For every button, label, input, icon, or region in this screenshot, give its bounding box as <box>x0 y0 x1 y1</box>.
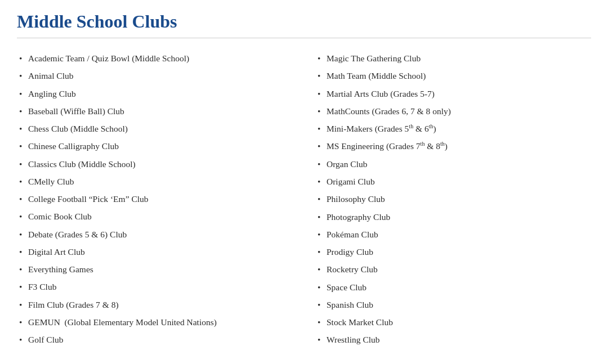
list-item: Spanish Club <box>315 296 591 313</box>
list-item: MS Engineering (Grades 7th & 8th) <box>315 137 591 155</box>
list-item: Baseball (Wiffle Ball) Club <box>17 102 293 120</box>
list-item: Academic Team / Quiz Bowl (Middle School… <box>17 50 293 67</box>
list-item: Philosophy Club <box>315 190 591 208</box>
page-container: Middle School Clubs Academic Team / Quiz… <box>17 11 591 349</box>
left-club-list: Academic Team / Quiz Bowl (Middle School… <box>17 50 293 348</box>
list-item: MathCounts (Grades 6, 7 & 8 only) <box>315 102 591 120</box>
list-item: Comic Book Club <box>17 208 293 225</box>
list-item: Mini-Makers (Grades 5th & 6th) <box>315 120 591 137</box>
list-item: Organ Club <box>315 155 591 173</box>
page-title: Middle School Clubs <box>17 11 591 38</box>
list-item: Digital Art Club <box>17 243 293 260</box>
list-item: Math Team (Middle School) <box>315 67 591 84</box>
list-item: Space Club <box>315 278 591 296</box>
clubs-layout: Academic Team / Quiz Bowl (Middle School… <box>17 50 591 349</box>
list-item: Angling Club <box>17 85 293 102</box>
list-item: CMelly Club <box>17 173 293 190</box>
list-item: College Football “Pick ‘Em” Club <box>17 190 293 208</box>
list-item: Debate (Grades 5 & 6) Club <box>17 226 293 243</box>
list-item: Chinese Calligraphy Club <box>17 137 293 155</box>
list-item: Photography Club <box>315 208 591 226</box>
list-item: Wrestling Club <box>315 331 591 348</box>
left-column: Academic Team / Quiz Bowl (Middle School… <box>17 50 293 349</box>
list-item: Rocketry Club <box>315 260 591 278</box>
list-item: F3 Club <box>17 278 293 295</box>
list-item: Golf Club <box>17 331 293 348</box>
list-item: Film Club (Grades 7 & 8) <box>17 296 293 313</box>
right-club-list: Magic The Gathering ClubMath Team (Middl… <box>315 50 591 349</box>
right-column: Magic The Gathering ClubMath Team (Middl… <box>315 50 591 349</box>
list-item: GEMUN (Global Elementary Model United Na… <box>17 313 293 331</box>
list-item: Everything Games <box>17 260 293 278</box>
list-item: Origami Club <box>315 173 591 190</box>
list-item: Magic The Gathering Club <box>315 50 591 67</box>
list-item: Pokéman Club <box>315 226 591 243</box>
list-item: Animal Club <box>17 67 293 84</box>
list-item: Chess Club (Middle School) <box>17 120 293 137</box>
list-item: Prodigy Club <box>315 243 591 260</box>
list-item: Martial Arts Club (Grades 5-7) <box>315 85 591 102</box>
list-item: Stock Market Club <box>315 313 591 331</box>
list-item: Classics Club (Middle School) <box>17 155 293 173</box>
